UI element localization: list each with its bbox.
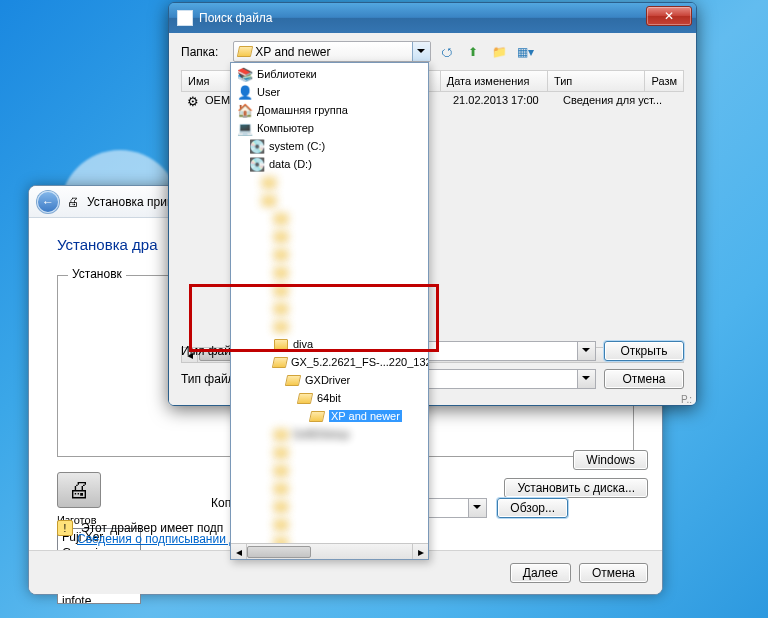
tree-item[interactable]: [233, 209, 426, 227]
tree-item[interactable]: 🏠Домашняя группа: [233, 101, 426, 119]
tree-item[interactable]: 👤User: [233, 83, 426, 101]
folder-icon: [273, 210, 289, 226]
up-icon[interactable]: ⬆: [463, 42, 483, 62]
home-icon: 🏠: [237, 102, 253, 118]
folder-icon: [273, 462, 289, 478]
tree-item[interactable]: [233, 497, 426, 515]
back-button[interactable]: ←: [37, 191, 59, 213]
tree-item[interactable]: [233, 173, 426, 191]
cancel-button[interactable]: Отмена: [579, 563, 648, 583]
drive-icon: 💽: [249, 156, 265, 172]
file-dialog-title: Поиск файла: [199, 11, 273, 25]
folder-open-icon: [238, 46, 252, 57]
printer-icon: 🖨: [67, 195, 79, 209]
mfr-item[interactable]: infote: [58, 593, 140, 604]
folder-icon: [273, 264, 289, 280]
tree-item-label: GX_5.2.2621_FS-...220_132xMFP: [291, 356, 429, 368]
tree-item[interactable]: 💽data (D:): [233, 155, 426, 173]
folder-icon: [273, 228, 289, 244]
views-icon[interactable]: ▦▾: [515, 42, 535, 62]
folder-icon: [273, 498, 289, 514]
open-button[interactable]: Открыть: [604, 341, 684, 361]
tree-item[interactable]: [233, 479, 426, 497]
tree-item[interactable]: [233, 191, 426, 209]
chevron-down-icon: [417, 49, 425, 57]
col-modified[interactable]: Дата изменения: [441, 71, 548, 91]
col-size[interactable]: Разм: [645, 71, 683, 91]
folder-icon: [273, 426, 289, 442]
group-legend: Установк: [68, 267, 126, 281]
install-from-disk-button[interactable]: Установить с диска...: [504, 478, 648, 498]
windows-update-button[interactable]: Windows: [573, 450, 648, 470]
tree-item-label: data (D:): [269, 158, 312, 170]
tree-item-label: system (C:): [269, 140, 325, 152]
tree-item[interactable]: SoftDSetup: [233, 425, 426, 443]
next-button[interactable]: Далее: [510, 563, 571, 583]
tree-item[interactable]: 💽system (C:): [233, 137, 426, 155]
tree-item-label: Компьютер: [257, 122, 314, 134]
tree-item[interactable]: [233, 263, 426, 281]
tree-item-label: GXDriver: [305, 374, 350, 386]
folder-label: Папка:: [181, 45, 227, 59]
inf-file-icon: ⚙: [187, 94, 205, 109]
tree-scroll-thumb[interactable]: [247, 546, 311, 558]
lib-icon: 📚: [237, 66, 253, 82]
tree-hscrollbar[interactable]: ◂ ▸: [231, 543, 428, 559]
shield-icon: !: [57, 520, 73, 536]
tree-item[interactable]: [233, 245, 426, 263]
folder-o-icon: [297, 390, 313, 406]
folder-combo[interactable]: XP and newer: [233, 41, 431, 62]
folder-o-icon: [309, 408, 325, 424]
new-folder-icon[interactable]: 📁: [489, 42, 509, 62]
back-icon[interactable]: ⭯: [437, 42, 457, 62]
folder-icon: [261, 192, 277, 208]
tree-item-label: User: [257, 86, 280, 98]
tree-item-label: Домашняя группа: [257, 104, 348, 116]
dlg-cancel-button[interactable]: Отмена: [604, 369, 684, 389]
tree-item[interactable]: GX_5.2.2621_FS-...220_132xMFP: [233, 353, 426, 371]
tree-item-label: 64bit: [317, 392, 341, 404]
folder-icon: [273, 444, 289, 460]
tree-item[interactable]: [233, 515, 426, 533]
tree-item-label: SoftDSetup: [293, 428, 349, 440]
folder-o-icon: [273, 354, 287, 370]
highlight-annotation: [189, 284, 439, 352]
drive-icon: 💽: [249, 138, 265, 154]
folder-value: XP and newer: [255, 45, 330, 59]
tree-item-label: Библиотеки: [257, 68, 317, 80]
resize-grip[interactable]: P.:: [681, 394, 692, 405]
tree-item[interactable]: XP and newer: [233, 407, 426, 425]
col-type[interactable]: Тип: [548, 71, 646, 91]
file-modified: 21.02.2013 17:00: [453, 94, 563, 109]
folder-icon: [261, 174, 277, 190]
user-icon: 👤: [237, 84, 253, 100]
tree-item[interactable]: [233, 227, 426, 245]
tree-scroll-left-icon[interactable]: ◂: [231, 544, 247, 559]
browse-button[interactable]: Обзор...: [497, 498, 568, 518]
folder-row: Папка: XP and newer ⭯ ⬆ 📁 ▦▾: [181, 41, 684, 62]
folder-icon: [273, 246, 289, 262]
tree-item[interactable]: 💻Компьютер: [233, 119, 426, 137]
tree-item[interactable]: [233, 443, 426, 461]
tree-item[interactable]: 📚Библиотеки: [233, 65, 426, 83]
file-dialog-titlebar: Поиск файла ✕: [169, 3, 696, 33]
tree-item-label: XP and newer: [329, 410, 402, 422]
pc-icon: 💻: [237, 120, 253, 136]
tree-item[interactable]: 64bit: [233, 389, 426, 407]
tree-item[interactable]: [233, 461, 426, 479]
tree-item[interactable]: GXDriver: [233, 371, 426, 389]
folder-o-icon: [285, 372, 301, 388]
close-button[interactable]: ✕: [646, 6, 692, 26]
file-type: Сведения для уст...: [563, 94, 678, 109]
printer-large-icon: [57, 472, 101, 508]
folder-icon: [273, 480, 289, 496]
folder-icon: [273, 516, 289, 532]
wizard-window-title: Установка прин: [87, 195, 174, 209]
tree-scroll-right-icon[interactable]: ▸: [412, 544, 428, 559]
file-icon: [177, 10, 193, 26]
